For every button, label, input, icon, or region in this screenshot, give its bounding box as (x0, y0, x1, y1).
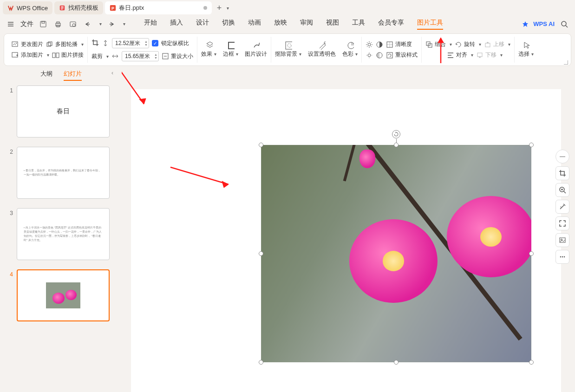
select-button[interactable]: 选择▾ (518, 42, 534, 58)
slide-thumbnail-2[interactable]: • 春日里，花在开，作为情的画卷展开，我们这来了春分今朝，一如一缕的阳当温馨满怀… (17, 147, 110, 199)
brightness-down-icon[interactable] (366, 52, 373, 59)
remove-bg-button[interactable]: 抠除背景▾ (275, 42, 301, 58)
tab-review[interactable]: 审阅 (300, 19, 313, 30)
tab-design[interactable]: 设计 (196, 19, 209, 30)
search-icon[interactable] (559, 19, 569, 29)
clarity-button[interactable]: 清晰度 (386, 40, 412, 48)
resize-handle-t[interactable] (394, 143, 399, 147)
outline-tab[interactable]: 大纲 (40, 70, 52, 81)
redo-history-caret[interactable]: ▾ (123, 21, 125, 26)
reset-style-button[interactable]: 重设样式 (386, 51, 418, 59)
resize-handle-tr[interactable] (529, 143, 534, 147)
tab-tools[interactable]: 工具 (352, 19, 365, 30)
picture-join-button[interactable]: 图片拼接 (52, 51, 84, 59)
svg-point-14 (16, 43, 17, 44)
template-icon (59, 5, 65, 11)
tab-insert[interactable]: 插入 (170, 19, 183, 30)
wps-logo-icon (7, 5, 14, 11)
slide-stage[interactable]: — (122, 66, 575, 392)
slide-thumbnail-1[interactable]: 春日 (17, 85, 110, 137)
print-icon[interactable] (53, 19, 63, 29)
unsaved-dot-icon (203, 6, 207, 10)
float-collapse-button[interactable]: — (555, 150, 569, 163)
tab-view[interactable]: 视图 (326, 19, 339, 30)
color-button[interactable]: 色彩▾ (342, 42, 358, 58)
float-zoom-button[interactable] (555, 183, 569, 197)
slide-thumbnail-4[interactable] (17, 269, 110, 321)
svg-line-39 (170, 167, 229, 184)
move-up-button[interactable]: 上移▾ (484, 40, 510, 48)
set-transparent-button[interactable]: 设置透明色 (308, 42, 336, 58)
svg-rect-36 (477, 53, 482, 57)
slides-tab[interactable]: 幻灯片 (64, 70, 82, 81)
new-tab-button[interactable]: + (214, 3, 225, 13)
resize-handle-tl[interactable] (259, 143, 263, 147)
undo-history-caret[interactable]: ▾ (99, 21, 102, 26)
tab-member[interactable]: 会员专享 (378, 19, 404, 30)
float-image-button[interactable] (555, 233, 569, 247)
svg-point-27 (368, 43, 371, 46)
svg-rect-15 (47, 43, 51, 46)
annotation-arrow-1 (122, 66, 154, 112)
effect-button[interactable]: 效果▾ (201, 42, 216, 58)
slide-panel: 大纲 幻灯片 ‹ 1 春日 2 • 春日里，花在开，作为情的画卷展开，我们这来了… (0, 66, 122, 392)
tab-slideshow[interactable]: 放映 (274, 19, 287, 30)
svg-marker-48 (438, 38, 444, 43)
rotate-button[interactable]: 旋转▾ (455, 40, 481, 48)
picture-join-icon (52, 52, 59, 59)
tab-template[interactable]: 找稻壳模板 (54, 1, 103, 14)
tab-document[interactable]: P 春日.pptx (105, 1, 212, 14)
align-button[interactable]: 对齐▾ (447, 51, 473, 59)
tab-transition[interactable]: 切换 (222, 19, 235, 30)
float-fullscreen-button[interactable] (555, 216, 569, 230)
collapse-panel-button[interactable]: ‹ (111, 70, 113, 76)
svg-rect-22 (228, 48, 235, 49)
reset-size-icon (162, 52, 169, 60)
height-input[interactable]: 12.52厘米▲▼ (112, 38, 149, 48)
hamburger-icon[interactable] (6, 19, 16, 29)
float-more-button[interactable] (555, 250, 569, 264)
resize-handle-l[interactable] (259, 251, 263, 256)
save-icon[interactable] (38, 19, 48, 29)
crop-tool-icon[interactable] (91, 39, 99, 47)
redo-icon[interactable] (106, 19, 117, 29)
rotation-handle[interactable] (392, 130, 400, 138)
file-menu[interactable]: 文件 (20, 20, 33, 28)
contrast-up-icon[interactable] (376, 41, 383, 48)
float-magic-button[interactable] (555, 200, 569, 214)
contrast-down-icon[interactable] (376, 52, 383, 59)
undo-icon[interactable] (83, 19, 93, 29)
move-down-button[interactable]: 下移▾ (476, 51, 503, 59)
image-content (261, 145, 531, 362)
slide-thumbnail-3[interactable]: • 向上于润水一场的景色 "国风苍茫" 走过四周伤痕花明片千里的美蓝绿度最为关怀… (17, 208, 110, 260)
multi-outline-button[interactable]: 多图轮播▾ (46, 40, 84, 48)
border-button[interactable]: 边框▾ (223, 42, 238, 58)
svg-rect-18 (52, 53, 55, 58)
add-picture-button[interactable]: 添加图片▾ (12, 51, 49, 59)
width-input[interactable]: 15.65厘米▲▼ (122, 51, 159, 61)
reset-size-button[interactable]: 重设大小 (162, 52, 193, 60)
brightness-up-icon[interactable] (366, 41, 373, 48)
tab-animation[interactable]: 动画 (248, 19, 261, 30)
wps-ai-button[interactable]: WPS AI (533, 20, 555, 27)
picture-design-button[interactable]: 图片设计 (245, 42, 267, 58)
move-down-icon (476, 52, 484, 59)
resize-handle-br[interactable] (529, 360, 534, 365)
resize-handle-bl[interactable] (259, 360, 263, 365)
crop-button[interactable]: 裁剪▾ (91, 52, 109, 60)
tab-picture-tools[interactable]: 图片工具 (417, 19, 443, 30)
tab-menu-caret-icon[interactable]: ▾ (227, 6, 229, 11)
tab-wps-office[interactable]: WPS Office (3, 1, 52, 14)
move-up-icon (484, 41, 491, 48)
reset-style-icon (386, 52, 393, 59)
preview-icon[interactable] (68, 19, 78, 29)
menubar: 文件 ▾ ▾ 开始 插入 设计 切换 动画 放映 审阅 视图 工具 会员专享 图… (0, 16, 575, 33)
resize-handle-b[interactable] (394, 360, 399, 365)
change-picture-button[interactable]: 更改图片 (12, 40, 43, 48)
selected-image[interactable] (261, 145, 531, 362)
float-crop-button[interactable] (555, 166, 569, 180)
lock-ratio-checkbox[interactable]: ✓ (152, 40, 158, 46)
tab-home[interactable]: 开始 (144, 19, 157, 30)
resize-handle-r[interactable] (529, 251, 534, 256)
svg-point-11 (562, 21, 566, 26)
